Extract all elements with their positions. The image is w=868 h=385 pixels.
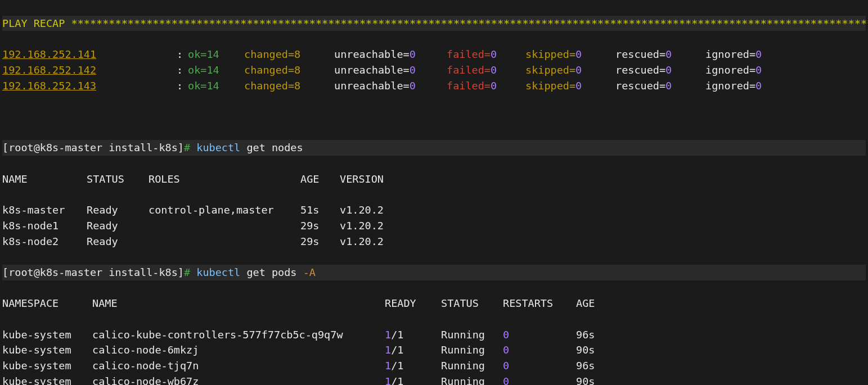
cmd-args: get nodes bbox=[240, 142, 303, 153]
recap-host: 192.168.252.143 bbox=[2, 78, 177, 94]
pod-row: kube-systemcalico-node-wb67z1/1Running09… bbox=[2, 374, 866, 385]
recap-colon: : bbox=[177, 62, 188, 78]
prompt-hash: # bbox=[184, 142, 190, 153]
node-row: k8s-node2Ready29sv1.20.2 bbox=[2, 234, 866, 250]
pod-age: 96s bbox=[576, 327, 632, 343]
recap-failed: failed=0 bbox=[447, 47, 525, 62]
pod-ready: 1/1 bbox=[385, 358, 441, 374]
col-restarts: RESTARTS bbox=[503, 296, 576, 311]
pod-ready: 1/1 bbox=[385, 342, 441, 358]
col-name: NAME bbox=[92, 296, 385, 311]
nodes-rows: k8s-masterReadycontrol-plane,master51sv1… bbox=[2, 202, 866, 249]
node-version: v1.20.2 bbox=[340, 202, 419, 218]
blank-line bbox=[2, 109, 866, 125]
recap-changed: changed=8 bbox=[244, 47, 334, 62]
pod-namespace: kube-system bbox=[2, 342, 92, 358]
node-name: k8s-node2 bbox=[2, 234, 87, 250]
recap-ignored: ignored=0 bbox=[705, 47, 795, 62]
recap-ok: ok=14 bbox=[188, 47, 244, 62]
recap-rescued: rescued=0 bbox=[615, 78, 705, 94]
pod-status: Running bbox=[441, 327, 503, 343]
nodes-header: NAMESTATUSROLESAGEVERSION bbox=[2, 171, 866, 187]
node-row: k8s-node1Ready29sv1.20.2 bbox=[2, 218, 866, 234]
recap-failed: failed=0 bbox=[447, 78, 525, 94]
prompt-prefix: [root@k8s-master install-k8s] bbox=[2, 266, 184, 278]
recap-unreachable: unreachable=0 bbox=[334, 78, 447, 94]
pod-age: 96s bbox=[576, 358, 632, 374]
node-row: k8s-masterReadycontrol-plane,master51sv1… bbox=[2, 202, 866, 218]
node-version: v1.20.2 bbox=[340, 218, 419, 234]
pod-status: Running bbox=[441, 358, 503, 374]
recap-ignored: ignored=0 bbox=[705, 62, 795, 78]
col-name: NAME bbox=[2, 171, 87, 187]
recap-skipped: skipped=0 bbox=[525, 78, 615, 94]
pod-namespace: kube-system bbox=[2, 374, 92, 385]
pod-status: Running bbox=[441, 342, 503, 358]
col-roles: ROLES bbox=[149, 171, 300, 187]
col-namespace: NAMESPACE bbox=[2, 296, 92, 311]
pod-name: calico-kube-controllers-577f77cb5c-q9q7w bbox=[92, 327, 385, 343]
play-recap-row: 192.168.252.142:ok=14changed=8unreachabl… bbox=[2, 62, 866, 78]
play-recap-stars: ****************************************… bbox=[71, 17, 868, 29]
play-recap-label: PLAY RECAP bbox=[2, 17, 71, 29]
node-age: 29s bbox=[300, 234, 340, 250]
col-status: STATUS bbox=[441, 296, 503, 311]
pod-row: kube-systemcalico-node-tjq7n1/1Running09… bbox=[2, 358, 866, 374]
recap-ignored: ignored=0 bbox=[705, 78, 795, 94]
pod-namespace: kube-system bbox=[2, 358, 92, 374]
recap-unreachable: unreachable=0 bbox=[334, 62, 447, 78]
node-age: 29s bbox=[300, 218, 340, 234]
pod-row: kube-systemcalico-kube-controllers-577f7… bbox=[2, 327, 866, 343]
col-age: AGE bbox=[300, 171, 340, 187]
node-roles: control-plane,master bbox=[149, 202, 300, 218]
pod-name: calico-node-wb67z bbox=[92, 374, 385, 385]
prompt-prefix: [root@k8s-master install-k8s] bbox=[2, 142, 184, 153]
col-version: VERSION bbox=[340, 171, 419, 187]
prompt-line-nodes: [root@k8s-master install-k8s]# kubectl g… bbox=[2, 140, 866, 156]
pod-ready: 1/1 bbox=[385, 327, 441, 343]
node-version: v1.20.2 bbox=[340, 234, 419, 250]
play-recap-row: 192.168.252.143:ok=14changed=8unreachabl… bbox=[2, 78, 866, 94]
recap-colon: : bbox=[177, 78, 188, 94]
play-recap-rows: 192.168.252.141:ok=14changed=8unreachabl… bbox=[2, 47, 866, 93]
pod-restarts: 0 bbox=[503, 358, 576, 374]
cmd-binary: kubectl bbox=[196, 266, 240, 278]
cmd-args: get pods bbox=[240, 266, 303, 278]
recap-ok: ok=14 bbox=[188, 62, 244, 78]
pod-restarts: 0 bbox=[503, 327, 576, 343]
pods-rows: kube-systemcalico-kube-controllers-577f7… bbox=[2, 327, 866, 385]
recap-rescued: rescued=0 bbox=[615, 47, 705, 62]
node-status: Ready bbox=[87, 202, 149, 218]
recap-ok: ok=14 bbox=[188, 78, 244, 94]
col-age: AGE bbox=[576, 296, 632, 311]
pod-restarts: 0 bbox=[503, 342, 576, 358]
pod-age: 90s bbox=[576, 342, 632, 358]
node-status: Ready bbox=[87, 234, 149, 250]
recap-host: 192.168.252.141 bbox=[2, 47, 177, 62]
prompt-line-pods: [root@k8s-master install-k8s]# kubectl g… bbox=[2, 265, 866, 280]
play-recap-header-line: PLAY RECAP *****************************… bbox=[2, 16, 866, 31]
cmd-binary: kubectl bbox=[196, 142, 240, 153]
col-ready: READY bbox=[385, 296, 441, 311]
recap-skipped: skipped=0 bbox=[525, 62, 615, 78]
recap-rescued: rescued=0 bbox=[615, 62, 705, 78]
recap-host: 192.168.252.142 bbox=[2, 62, 177, 78]
node-name: k8s-master bbox=[2, 202, 87, 218]
recap-changed: changed=8 bbox=[244, 62, 334, 78]
recap-skipped: skipped=0 bbox=[525, 47, 615, 62]
prompt-hash: # bbox=[184, 266, 190, 278]
node-status: Ready bbox=[87, 218, 149, 234]
recap-changed: changed=8 bbox=[244, 78, 334, 94]
pod-name: calico-node-6mkzj bbox=[92, 342, 385, 358]
pod-namespace: kube-system bbox=[2, 327, 92, 343]
pod-name: calico-node-tjq7n bbox=[92, 358, 385, 374]
pods-header: NAMESPACENAMEREADYSTATUSRESTARTSAGE bbox=[2, 296, 866, 311]
pod-row: kube-systemcalico-node-6mkzj1/1Running09… bbox=[2, 342, 866, 358]
pod-status: Running bbox=[441, 374, 503, 385]
recap-failed: failed=0 bbox=[447, 62, 525, 78]
col-status: STATUS bbox=[87, 171, 149, 187]
terminal-output[interactable]: PLAY RECAP *****************************… bbox=[0, 0, 868, 385]
recap-unreachable: unreachable=0 bbox=[334, 47, 447, 62]
node-name: k8s-node1 bbox=[2, 218, 87, 234]
node-age: 51s bbox=[300, 202, 340, 218]
